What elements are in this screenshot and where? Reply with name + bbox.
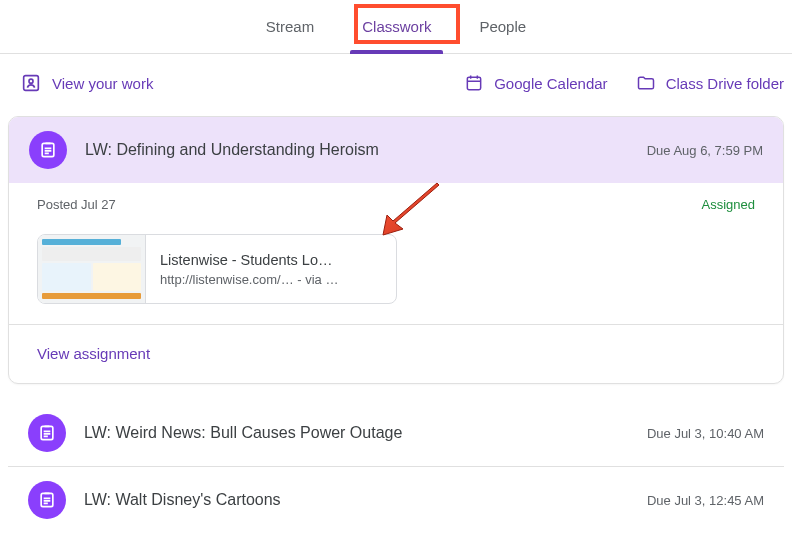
toolbar: View your work Google Calendar Class Dri…: [0, 54, 792, 116]
svg-point-1: [29, 79, 33, 83]
assignment-status: Assigned: [702, 197, 755, 212]
assignment-card: LW: Defining and Understanding Heroism D…: [8, 116, 784, 384]
list-item-due: Due Jul 3, 12:45 AM: [647, 493, 764, 508]
tab-stream[interactable]: Stream: [260, 0, 320, 53]
attachment-card[interactable]: Listenwise - Students Lo… http://listenw…: [37, 234, 397, 304]
list-item[interactable]: LW: Weird News: Bull Causes Power Outage…: [8, 400, 784, 466]
top-tabs: Stream Classwork People: [0, 0, 792, 54]
assignment-posted: Posted Jul 27: [37, 197, 116, 212]
attachment-title: Listenwise - Students Lo…: [160, 252, 382, 268]
assignment-icon: [29, 131, 67, 169]
assignment-list: LW: Weird News: Bull Causes Power Outage…: [8, 400, 784, 533]
list-item[interactable]: LW: Walt Disney's Cartoons Due Jul 3, 12…: [8, 466, 784, 533]
assignment-person-icon: [20, 72, 42, 94]
tab-people[interactable]: People: [473, 0, 532, 53]
list-item-due: Due Jul 3, 10:40 AM: [647, 426, 764, 441]
view-your-work-label: View your work: [52, 75, 153, 92]
view-assignment-link[interactable]: View assignment: [37, 345, 150, 362]
tab-classwork[interactable]: Classwork: [356, 0, 437, 53]
attachment-url: http://listenwise.com/… - via …: [160, 272, 382, 287]
assignment-icon: [28, 414, 66, 452]
folder-icon: [636, 73, 656, 93]
list-item-title: LW: Weird News: Bull Causes Power Outage: [84, 424, 629, 442]
assignment-icon: [28, 481, 66, 519]
attachment-thumbnail: [38, 235, 146, 303]
svg-rect-2: [468, 77, 481, 90]
view-your-work-link[interactable]: View your work: [20, 72, 153, 94]
assignment-title: LW: Defining and Understanding Heroism: [85, 141, 629, 159]
calendar-icon: [464, 73, 484, 93]
google-calendar-label: Google Calendar: [494, 75, 607, 92]
assignment-due: Due Aug 6, 7:59 PM: [647, 143, 763, 158]
google-calendar-link[interactable]: Google Calendar: [464, 73, 607, 93]
list-item-title: LW: Walt Disney's Cartoons: [84, 491, 629, 509]
class-drive-folder-label: Class Drive folder: [666, 75, 784, 92]
class-drive-folder-link[interactable]: Class Drive folder: [636, 73, 784, 93]
assignment-header[interactable]: LW: Defining and Understanding Heroism D…: [9, 117, 783, 183]
